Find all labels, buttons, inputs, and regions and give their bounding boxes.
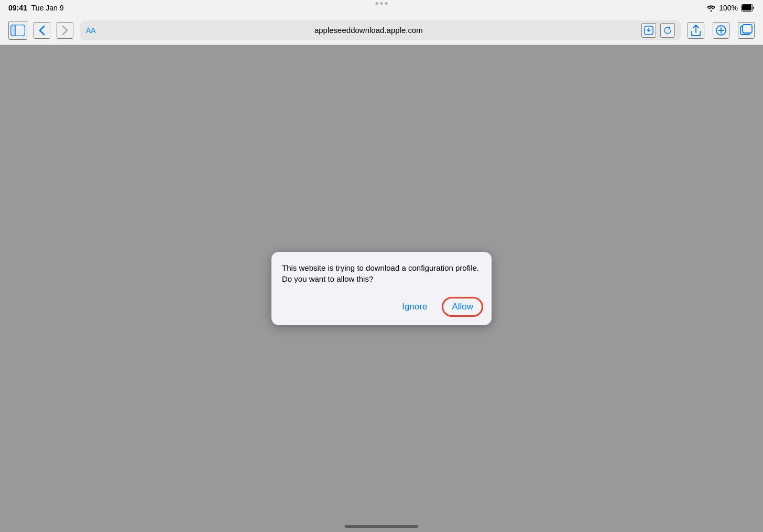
svg-rect-1 bbox=[742, 5, 751, 10]
ignore-button[interactable]: Ignore bbox=[396, 298, 433, 315]
dialog-actions: Ignore Allow bbox=[271, 293, 492, 325]
nav-right-icons bbox=[688, 22, 755, 39]
reload-button[interactable] bbox=[660, 23, 675, 38]
forward-button[interactable] bbox=[57, 22, 73, 39]
back-button[interactable] bbox=[34, 22, 50, 39]
content-area: This website is trying to download a con… bbox=[0, 45, 763, 532]
dot3 bbox=[385, 2, 388, 5]
dialog-overlay: This website is trying to download a con… bbox=[0, 45, 763, 532]
dialog-message: This website is trying to download a con… bbox=[282, 262, 481, 284]
download-icon-button[interactable] bbox=[641, 23, 656, 38]
status-date: Tue Jan 9 bbox=[31, 4, 64, 12]
status-right: 100% bbox=[706, 4, 755, 12]
wifi-icon bbox=[706, 4, 716, 12]
allow-button[interactable]: Allow bbox=[442, 297, 483, 317]
dialog-body: This website is trying to download a con… bbox=[271, 252, 492, 293]
new-tab-button[interactable] bbox=[713, 22, 729, 39]
reader-mode-button[interactable]: AA bbox=[86, 26, 96, 35]
battery-text: 100% bbox=[719, 4, 738, 12]
battery-icon bbox=[741, 4, 755, 12]
three-dots bbox=[376, 2, 388, 5]
url-display: appleseeddownload.apple.com bbox=[100, 26, 637, 35]
status-left: 09:41 Tue Jan 9 bbox=[8, 4, 64, 12]
address-bar[interactable]: AA appleseeddownload.apple.com bbox=[80, 20, 681, 40]
dot2 bbox=[380, 2, 383, 5]
address-bar-icons bbox=[641, 23, 675, 38]
status-time: 09:41 bbox=[8, 4, 27, 12]
svg-rect-3 bbox=[11, 25, 15, 36]
tabs-button[interactable] bbox=[738, 22, 755, 39]
share-button[interactable] bbox=[688, 22, 704, 39]
status-bar: 09:41 Tue Jan 9 100% bbox=[0, 0, 763, 16]
nav-bar: AA appleseeddownload.apple.com bbox=[0, 16, 763, 45]
sidebar-toggle-button[interactable] bbox=[8, 21, 27, 40]
dot1 bbox=[376, 2, 378, 5]
configuration-profile-dialog: This website is trying to download a con… bbox=[271, 252, 492, 325]
home-indicator bbox=[345, 525, 418, 528]
svg-rect-8 bbox=[743, 25, 752, 33]
